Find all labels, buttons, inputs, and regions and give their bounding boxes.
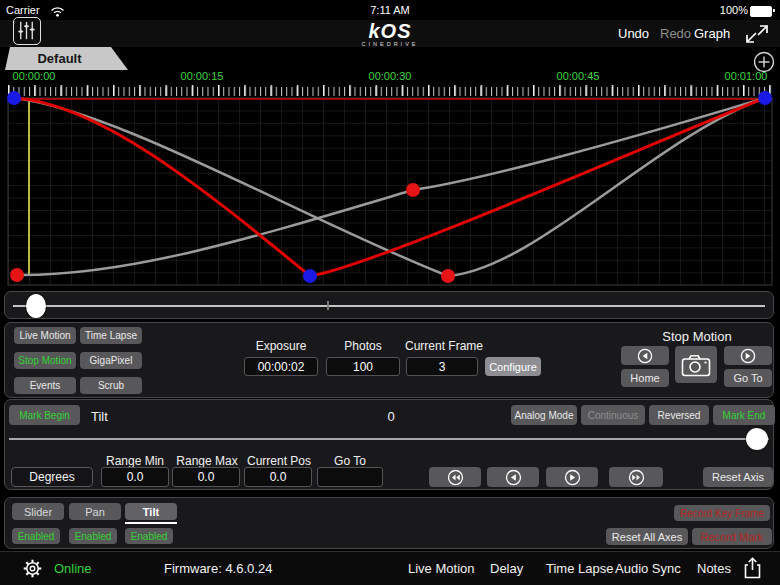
scrubber-panel [4,291,774,319]
stop-motion-section-title: Stop Motion [645,329,749,344]
share-icon[interactable] [743,556,762,580]
tilt-tab-underline [125,522,177,524]
connection-status-badge: Online [54,561,92,576]
gear-icon[interactable] [22,558,43,579]
reversed-button[interactable]: Reversed [649,405,709,425]
configure-button[interactable]: Configure [485,357,541,376]
battery-percent-label: 100% [720,4,748,16]
tab-default[interactable]: Default [5,47,128,70]
next-frame-button[interactable] [724,346,772,365]
axis-tab-slider[interactable]: Slider [12,503,64,520]
home-button[interactable]: Home [621,369,669,387]
current-pos-label: Current Pos [242,454,316,468]
range-max-field[interactable] [172,467,240,487]
timeline-label-0: 00:00:00 [0,70,69,82]
footer-time-lapse-button[interactable]: Time Lapse [546,561,613,576]
mark-begin-button[interactable]: Mark Begin [9,405,80,425]
record-key-frame-button[interactable]: Record Key Frame [674,505,770,521]
tab-default-label: Default [37,51,81,66]
redo-button[interactable]: Redo [660,26,691,41]
timeline-label-3: 00:00:45 [543,70,613,82]
nav-bar: kOS CINEDRIVE Undo Redo Graph [0,20,780,47]
play-back-circle-icon [505,469,522,486]
jog-forward-button[interactable] [546,467,598,487]
axis-position-readout: 0 [371,409,411,424]
axis-position-slider-track[interactable] [9,438,769,440]
keyframe-dot-blue-1[interactable] [303,269,317,283]
firmware-version-label: Firmware: 4.6.0.24 [164,561,272,576]
photos-field[interactable] [326,357,400,376]
fullscreen-expand-icon[interactable] [744,23,770,45]
keyframe-dot-blue-2[interactable] [758,91,772,105]
rewind-circle-icon [447,469,464,486]
reset-all-axes-button[interactable]: Reset All Axes [606,528,688,545]
keyframe-dot-red-0[interactable] [10,268,24,282]
timeline-label-4: 00:01:00 [711,70,780,82]
footer-notes-button[interactable]: Notes [697,561,731,576]
goto-label: Go To [315,454,385,468]
photos-label: Photos [327,339,399,353]
tilt-enabled-button[interactable]: Enabled [125,528,173,544]
mode-live-motion-button[interactable]: Live Motion [14,327,76,344]
pan-enabled-button[interactable]: Enabled [69,528,117,544]
exposure-field[interactable] [244,357,318,376]
step-forward-circle-icon [740,348,756,364]
capture-photo-button[interactable] [675,346,717,383]
footer-live-motion-button[interactable]: Live Motion [408,561,474,576]
status-bar: Carrier 7:11 AM 100% [0,0,780,20]
record-mark-button[interactable]: Record Mark [692,528,772,545]
keyframe-dot-red-1[interactable] [406,183,420,197]
axis-position-slider-handle[interactable] [746,428,768,450]
fast-forward-circle-icon [628,469,645,486]
exposure-label: Exposure [245,339,317,353]
tab-bar: Default [0,47,780,70]
footer-delay-button[interactable]: Delay [490,561,523,576]
scrubber-center-tick [327,301,329,310]
scrubber-track[interactable] [13,305,765,307]
keyframe-dot-red-2[interactable] [441,269,455,283]
graph-time-ruler-major [8,85,772,96]
mode-scrub-button[interactable]: Scrub [80,377,142,394]
range-min-field[interactable] [101,467,169,487]
current-frame-label: Current Frame [404,339,484,353]
analog-mode-button[interactable]: Analog Mode [511,405,577,425]
reset-axis-button[interactable]: Reset Axis [703,467,773,487]
mode-events-button[interactable]: Events [14,377,76,394]
camera-icon [681,353,711,377]
axis-control-panel: Mark Begin Tilt 0 Analog Mode Continuous… [4,399,774,490]
previous-frame-button[interactable] [621,346,669,365]
step-back-circle-icon [637,348,653,364]
current-frame-field[interactable] [406,357,478,376]
scrubber-handle[interactable] [26,294,46,318]
jog-back-button[interactable] [487,467,539,487]
shooting-mode-panel: Live Motion Time Lapse Stop Motion GigaP… [4,322,774,398]
continuous-button[interactable]: Continuous [581,405,645,425]
jog-fast-forward-button[interactable] [609,467,663,487]
slider-enabled-button[interactable]: Enabled [12,528,60,544]
play-circle-icon [564,469,581,486]
cinedrive-app: Carrier 7:11 AM 100% kOS CINEDRIVE Undo … [0,0,780,585]
timeline-label-1: 00:00:15 [167,70,237,82]
keyframe-dot-blue-0[interactable] [7,91,21,105]
mode-gigapixel-button[interactable]: GigaPixel [80,352,142,369]
current-pos-field[interactable] [244,467,312,487]
axis-tab-pan[interactable]: Pan [69,503,121,520]
range-max-label: Range Max [170,454,244,468]
mode-stop-motion-button[interactable]: Stop Motion [14,352,76,369]
axis-tab-tilt[interactable]: Tilt [125,503,177,520]
graph-button[interactable]: Graph [694,26,730,41]
goto-field[interactable] [317,467,383,487]
axes-panel: Slider Pan Tilt Enabled Enabled Enabled … [4,497,774,549]
mark-end-button[interactable]: Mark End [713,405,775,425]
undo-button[interactable]: Undo [618,26,649,41]
units-button[interactable]: Degrees [11,467,93,487]
stop-motion-goto-button[interactable]: Go To [724,369,772,387]
motion-graph[interactable] [0,85,780,287]
footer-audio-sync-button[interactable]: Audio Sync [615,561,681,576]
battery-icon [750,6,772,17]
range-min-label: Range Min [98,454,172,468]
mode-time-lapse-button[interactable]: Time Lapse [80,327,142,344]
battery-tip-icon [773,9,775,12]
jog-fast-back-button[interactable] [429,467,481,487]
clock-label: 7:11 AM [0,4,780,16]
